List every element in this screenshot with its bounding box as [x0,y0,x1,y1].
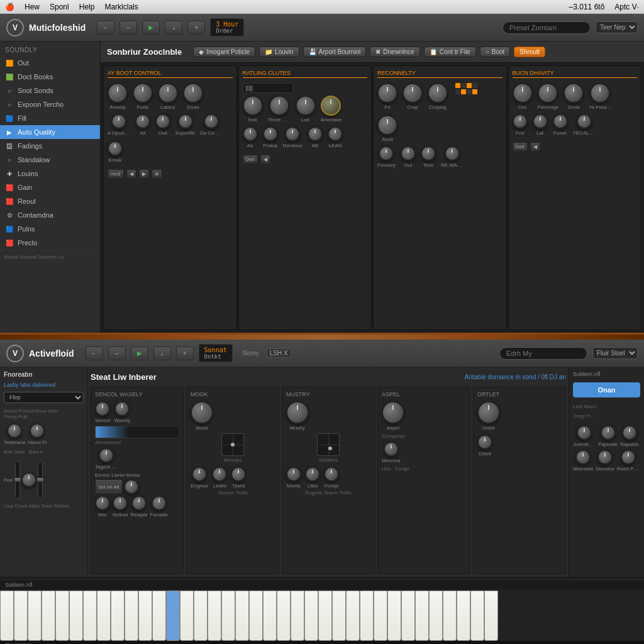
wk-10[interactable] [125,591,138,641]
inst-sec2-lk1-ctrl[interactable] [192,467,207,482]
wk-11[interactable] [138,591,152,641]
panel4-btn1[interactable]: Detl [513,142,528,152]
wk-21[interactable] [277,591,291,641]
knob-fml-ctrl[interactable] [513,114,528,129]
inst-sec3-lk3-ctrl[interactable] [324,467,339,482]
sidebar-item-gain[interactable]: 🟥 Gain [0,180,100,194]
knob-crop-ctrl[interactable] [402,83,423,103]
inst-sec1-knob2-ctrl[interactable] [114,401,130,416]
knob-drum-ctrl[interactable] [183,83,203,103]
inst-bk1-ctrl[interactable] [95,496,110,511]
bottom-search[interactable] [499,347,587,360]
sidebar-item-reoul[interactable]: 🟥 Reoul [0,194,100,208]
knob-ereak-ctrl[interactable] [108,141,123,156]
inst-sec3-lk2-ctrl[interactable] [305,467,320,482]
knob-ont-ctrl[interactable] [513,83,533,103]
inst-sec4-knob1-ctrl[interactable] [382,401,404,424]
sidebar-item-out[interactable]: 🟧 Out [0,56,100,70]
knob-avoit-ctrl[interactable] [377,115,397,135]
inst-sol-btn[interactable]: Sol nh Afl [95,479,123,494]
wk-3[interactable] [28,591,42,641]
inst-sec2-xy-pad[interactable] [221,433,244,456]
knob-opuntpretoll-ctrl[interactable] [111,114,126,129]
inst-sec5-knob1-ctrl[interactable] [477,401,500,424]
inst-sec2-lk3-ctrl[interactable] [231,467,246,482]
inst-bk2-ctrl[interactable] [113,496,128,511]
imogant-btn[interactable]: ◆ Imogant Poticle [193,47,255,57]
wk-25[interactable] [332,591,346,641]
inst-extra-knob-ctrl[interactable] [124,479,139,494]
panel2-btn1[interactable]: Detl [243,155,258,164]
inst-sec2-knob1-ctrl[interactable] [191,401,213,424]
knob-croplag-ctrl[interactable] [428,83,448,103]
inst-sec3-lk1-ctrl[interactable] [286,467,301,482]
arport-btn[interactable]: 💾 Arport Bourniol [303,47,367,57]
inst-rk6-ctrl[interactable] [621,450,636,465]
wk-18[interactable] [235,591,249,641]
knob-lean-ctrl[interactable] [328,126,343,142]
inst-sec3-knob1-ctrl[interactable] [286,401,309,424]
wk-14[interactable] [180,591,194,641]
panel1-btn4[interactable]: ⊕ [152,169,162,179]
knob-ak-ctrl[interactable] [243,126,258,142]
wk-22[interactable] [291,591,304,641]
inst-sec5-lk1-ctrl[interactable] [477,435,492,450]
sidebar-item-preclo[interactable]: 🟥 Preclo [0,236,100,250]
knob-amonave-ctrl[interactable] [321,96,341,116]
knob-newavge-ctrl[interactable] [445,146,460,161]
wk-32[interactable] [429,591,443,641]
wk-20[interactable] [263,591,277,641]
sidebar-item-pulns[interactable]: 🟦 Pulns [0,222,100,236]
wk-31[interactable] [415,591,429,641]
inst-slider1[interactable] [15,461,20,499]
panel1-btn2[interactable]: ◀ [126,169,136,179]
inst-sec1-knob1-ctrl[interactable] [95,401,110,416]
inst-rk5-ctrl[interactable] [597,450,613,465]
knob-prokal-ctrl[interactable] [263,126,278,142]
menu-sponl[interactable]: Sponl [50,3,69,11]
sidebar-item-doctbooks[interactable]: 🟩 Doct Books [0,70,100,84]
inst-sec4-lk1-ctrl[interactable] [384,441,399,457]
conttrfile-btn[interactable]: 📋 Cont tr File [424,47,476,57]
metronome-btn[interactable]: ♩ [165,21,182,35]
inst-bk3-ctrl[interactable] [131,496,147,511]
knob-ab-ctrl[interactable] [308,126,323,142]
wk-9[interactable] [111,591,125,641]
bottom-add-btn[interactable]: + [176,347,194,360]
sidebar-item-standalow[interactable]: ○ Standalow [0,153,100,167]
bottom-play-btn[interactable]: ▶ [131,347,148,360]
inst-rk1-ctrl[interactable] [577,425,592,440]
play-btn[interactable]: ▶ [142,21,160,35]
dnewnlnce-btn[interactable]: ✖ Dnewnlnce [370,47,419,57]
bottom-metro-btn[interactable]: ♩ [153,347,171,360]
wk-27[interactable] [360,591,374,641]
knob-fovuory-ctrl[interactable] [379,146,394,161]
wk-4[interactable] [42,591,55,641]
wk-1[interactable] [0,591,14,641]
wk-17[interactable] [221,591,235,641]
knob-lott-ctrl[interactable] [296,96,316,116]
sidebar-item-contamdna[interactable]: ⚙ Contamdna [0,208,100,222]
preset-dropdown[interactable]: Teer Nep [596,21,638,33]
sidebar-item-fadings[interactable]: 🖼 Fadings [0,139,100,153]
inst-rk2-ctrl[interactable] [601,425,616,440]
arrow-btn[interactable]: – [119,21,137,35]
inst-rk3-ctrl[interactable] [622,425,637,440]
apple-menu[interactable]: 🍎 [5,3,14,11]
knob-threeobesat-ctrl[interactable] [269,96,289,116]
wk-29[interactable] [387,591,401,641]
wk-7[interactable] [83,591,97,641]
sidebar-item-expoon[interactable]: ○ Expoon Tercho [0,97,100,111]
inst-knob-left2-ctrl[interactable] [30,423,45,438]
sidebar-item-fill[interactable]: 🟦 Fill [0,111,100,125]
knob-dontious-ctrl[interactable] [285,126,300,142]
back-btn[interactable]: ← [97,21,114,35]
shroult-btn[interactable]: Shroult [514,47,545,57]
on-button[interactable]: Onan [573,382,640,397]
knob-docomtion-ctrl[interactable] [204,114,219,129]
bottom-dropdown[interactable]: Fluir Stoel [592,347,638,359]
wk-5[interactable] [55,591,69,641]
wk-2[interactable] [14,591,28,641]
panel4-btn2[interactable]: ◀ [530,142,540,152]
sidebar-item-snotsonds[interactable]: ○ Snot Sonds [0,84,100,97]
